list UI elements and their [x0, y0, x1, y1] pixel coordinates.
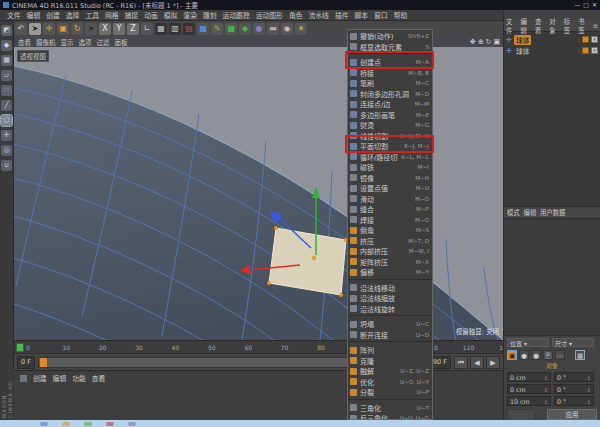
- toggle-view-icon[interactable]: ▣: [493, 37, 500, 47]
- object-manager-menu-3[interactable]: 对象: [549, 17, 560, 35]
- uvw-tag[interactable]: ×: [591, 36, 598, 43]
- visibility-dots[interactable]: ∶∶: [533, 37, 580, 43]
- points-mode-icon[interactable]: ∷: [1, 85, 12, 96]
- context-menu-item[interactable]: 撤销(动作)Shift+Z: [348, 31, 432, 42]
- taskbar-app-icon-4[interactable]: [128, 422, 136, 426]
- make-editable-icon[interactable]: ◩: [1, 25, 12, 36]
- menubar-item-16[interactable]: 脚本: [351, 10, 371, 20]
- attribute-menu-2[interactable]: 用户数据: [540, 208, 565, 217]
- context-menu-item[interactable]: 沿法线移动: [348, 283, 432, 294]
- render-region-icon[interactable]: ▥: [169, 23, 181, 35]
- last-tool-icon[interactable]: ➤: [85, 23, 97, 35]
- timeline-tick[interactable]: 10: [62, 344, 70, 351]
- enable-axis-icon[interactable]: ✛: [1, 130, 12, 141]
- play-button[interactable]: ▶: [486, 356, 500, 369]
- taskbar-app-icon-3[interactable]: [106, 422, 114, 426]
- texture-mode-icon[interactable]: ▦: [1, 55, 12, 66]
- context-menu-item[interactable]: 沿法线旋转: [348, 304, 432, 315]
- menubar-item-7[interactable]: 动画: [141, 10, 161, 20]
- menubar-item-17[interactable]: 窗口: [371, 10, 391, 20]
- menubar-item-0[interactable]: 文件: [4, 10, 24, 20]
- coordinate-value-field[interactable]: 0 cm↕: [507, 384, 551, 394]
- menubar-item-12[interactable]: 运动图形: [253, 10, 286, 20]
- menubar-item-4[interactable]: 工具: [82, 10, 102, 20]
- coordinate-header-1[interactable]: 尺寸 ▾: [552, 338, 594, 347]
- selected-polygon[interactable]: [269, 228, 346, 295]
- timeline-tick[interactable]: 0: [26, 344, 30, 351]
- material-menu-0[interactable]: 创建: [33, 373, 47, 383]
- menubar-item-2[interactable]: 创建: [43, 10, 63, 20]
- coordinate-value-field[interactable]: 0 °↕: [554, 384, 594, 394]
- coord-system-icon[interactable]: ∟: [141, 23, 153, 35]
- menubar-item-14[interactable]: 流水线: [306, 10, 332, 20]
- light-icon[interactable]: ☀: [295, 23, 307, 35]
- context-menu-item[interactable]: 坍塌U~C: [348, 319, 432, 330]
- menubar-item-3[interactable]: 选择: [63, 10, 83, 20]
- move-tool-icon[interactable]: ✛: [43, 23, 55, 35]
- timeline-tick[interactable]: 80: [317, 344, 325, 351]
- context-menu-item[interactable]: 焊接M~Q: [348, 215, 432, 226]
- context-menu-item[interactable]: 磁铁M~I: [348, 162, 432, 173]
- rotate-tool-icon[interactable]: ↻: [71, 23, 83, 35]
- context-menu-item[interactable]: 内部挤压M~W, I: [348, 246, 432, 257]
- polygons-mode-icon[interactable]: ⬠: [1, 115, 12, 126]
- material-menu-1[interactable]: 编辑: [53, 373, 67, 383]
- panel-menu-icon[interactable]: ≡: [593, 22, 598, 29]
- rotate-view-icon[interactable]: ↻: [486, 37, 492, 47]
- generator-icon[interactable]: ■: [225, 23, 237, 35]
- undo-icon[interactable]: ↶: [15, 23, 27, 35]
- environment-icon[interactable]: ●: [253, 23, 265, 35]
- context-menu-item[interactable]: 三角化U~T: [348, 403, 432, 414]
- coordinate-header-0[interactable]: 位置 ▾: [507, 338, 549, 347]
- options-icon[interactable]: ⋯: [555, 350, 565, 360]
- context-menu-item[interactable]: 沿法线缩放: [348, 293, 432, 304]
- context-menu-item[interactable]: 反三角化U~U, U~G: [348, 413, 432, 420]
- taskbar-app-icon-0[interactable]: [40, 422, 48, 426]
- viewport-menu-5[interactable]: 面板: [115, 37, 128, 47]
- object-row[interactable]: ✛球体∶∶×: [504, 34, 600, 45]
- viewport-menu-3[interactable]: 选项: [79, 37, 92, 47]
- spline-pen-icon[interactable]: ✎: [211, 23, 223, 35]
- viewport-menu-2[interactable]: 显示: [61, 37, 74, 47]
- context-menu-item[interactable]: 克隆: [348, 356, 432, 367]
- context-menu-item[interactable]: 桥接M~B, B: [348, 68, 432, 79]
- coordinate-value-field[interactable]: 0 °↕: [554, 396, 594, 406]
- object-manager-menu-2[interactable]: 查看: [535, 17, 546, 35]
- menubar-item-8[interactable]: 模拟: [161, 10, 181, 20]
- axis-origin[interactable]: [312, 256, 316, 260]
- context-menu-item[interactable]: 阵列: [348, 345, 432, 356]
- axis-x-button[interactable]: X: [99, 23, 111, 35]
- timeline-tick[interactable]: 40: [172, 344, 180, 351]
- timeline-tick[interactable]: 60: [244, 344, 252, 351]
- object-manager-menu-1[interactable]: 编辑: [520, 17, 531, 35]
- window-control-1[interactable]: □: [583, 1, 589, 9]
- coordinate-value-field[interactable]: 0 °↕: [554, 372, 594, 382]
- apply-button[interactable]: 应用: [547, 409, 597, 420]
- primitive-cube-icon[interactable]: ■: [197, 23, 209, 35]
- viewport-label[interactable]: 透视视图: [17, 50, 49, 62]
- camera-icon[interactable]: ◉: [281, 23, 293, 35]
- polygon-selection-tag[interactable]: [582, 36, 589, 43]
- axis-y-button[interactable]: Y: [113, 23, 125, 35]
- render-view-icon[interactable]: ▦: [155, 23, 167, 35]
- pan-view-icon[interactable]: ✥: [470, 37, 476, 47]
- deformer-icon[interactable]: ◆: [239, 23, 251, 35]
- menubar-item-13[interactable]: 角色: [286, 10, 306, 20]
- context-menu-item[interactable]: 滑动M~O: [348, 194, 432, 205]
- render-settings-icon[interactable]: ▤: [183, 23, 195, 35]
- goto-start-button[interactable]: ⏮: [454, 356, 468, 369]
- attribute-menu-1[interactable]: 编辑: [524, 208, 537, 217]
- material-menu-3[interactable]: 查看: [92, 373, 106, 383]
- context-menu-item[interactable]: 断开连接U~D: [348, 330, 432, 341]
- context-menu-item[interactable]: 优化U~O, U~Y: [348, 377, 432, 388]
- context-menu-item[interactable]: 挤压M~T, D: [348, 236, 432, 247]
- context-menu-item[interactable]: 循环/路径切割K~L, M~L: [348, 152, 432, 163]
- menubar-item-1[interactable]: 编辑: [24, 10, 44, 20]
- timeline-slider-handle[interactable]: [40, 358, 47, 367]
- window-control-2[interactable]: ✕: [592, 1, 597, 9]
- viewport-menu-1[interactable]: 摄像机: [36, 37, 56, 47]
- context-menu-item[interactable]: 倒角M~S: [348, 225, 432, 236]
- context-menu-item[interactable]: 缝合M~P: [348, 204, 432, 215]
- timeline-playhead[interactable]: [16, 343, 24, 352]
- context-menu-item[interactable]: 熨烫M~G: [348, 120, 432, 131]
